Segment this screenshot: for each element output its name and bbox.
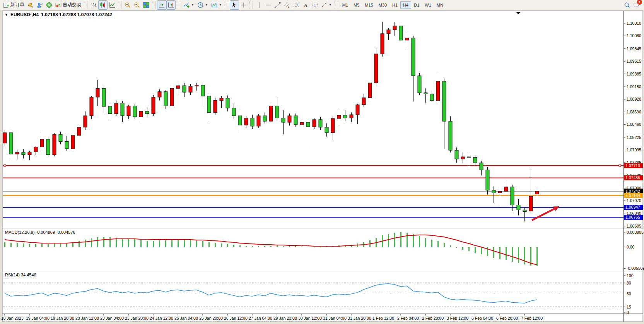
timeframe-h1-button[interactable]: H1 (389, 1, 400, 9)
arrows-tool[interactable]: ▼ (319, 0, 333, 10)
hline-endpoint[interactable] (4, 165, 6, 166)
shiftend-icon (168, 2, 174, 8)
candle-up (90, 97, 93, 116)
svg-text:6 Feb 20:00: 6 Feb 20:00 (496, 316, 518, 321)
auto-scroll-button[interactable] (157, 0, 166, 10)
candle-up (139, 111, 143, 117)
candle-down (430, 94, 434, 100)
svg-text:1.09845: 1.09845 (627, 46, 641, 51)
candle-up (127, 106, 130, 116)
bar-chart-button[interactable] (89, 0, 98, 10)
chart-title: ▼ EURUSD-,H4 1.07188 1.07288 1.07078 1.0… (5, 12, 112, 17)
svg-text:6 Feb 04:00: 6 Feb 04:00 (471, 316, 493, 321)
svg-text:18 Jan 2023: 18 Jan 2023 (1, 316, 24, 321)
chart-symbol-period: EURUSD-,H4 (10, 12, 39, 17)
chart-window[interactable]: 1.103101.100801.098451.096151.093851.091… (0, 10, 644, 324)
candle-down (399, 26, 403, 40)
chevron-down-icon[interactable]: ▼ (191, 3, 194, 7)
toolbar-separator (253, 1, 253, 9)
svg-text:26 Jan 12:00: 26 Jan 12:00 (224, 316, 248, 321)
rsi-label: RSI(14) 34.4546 (5, 273, 36, 277)
candle-up (3, 133, 7, 143)
trendline-tool[interactable] (273, 0, 282, 10)
candle-down (325, 127, 328, 133)
cursor-icon (231, 2, 237, 8)
fibonacci-tool[interactable]: F (292, 0, 301, 10)
signal-icon (46, 2, 52, 8)
toolbar-separator (87, 1, 87, 9)
candle-up (331, 118, 335, 133)
hline-endpoint[interactable] (619, 165, 621, 166)
candle-down (442, 81, 446, 121)
candle-down (232, 108, 236, 116)
candle-down (59, 134, 62, 141)
candle-down (164, 92, 167, 106)
zoomout-icon (134, 2, 140, 8)
svg-text:25 Jan 20:00: 25 Jan 20:00 (199, 316, 223, 321)
timeframe-d1-button[interactable]: D1 (411, 1, 422, 9)
timeframe-m5-button[interactable]: M5 (351, 1, 362, 9)
zoom-out-button[interactable] (132, 0, 142, 10)
community-button[interactable] (35, 0, 44, 10)
chevron-down-icon[interactable]: ▼ (219, 3, 222, 7)
depth-of-market-button[interactable] (26, 0, 35, 10)
timeframe-m15-button[interactable]: M15 (362, 1, 376, 9)
candlestick-chart-button[interactable] (98, 0, 108, 10)
candle-up (189, 86, 192, 93)
candle-up (170, 88, 174, 106)
cursor-tool-button[interactable] (230, 0, 239, 10)
chevron-down-icon[interactable]: ▼ (329, 3, 332, 7)
indicators-button[interactable]: ▼ (182, 0, 196, 10)
indicators-icon (183, 2, 190, 8)
chart-dropdown-caret[interactable]: ▼ (5, 13, 8, 17)
search-button[interactable] (622, 0, 632, 10)
svg-text:1.07070: 1.07070 (627, 198, 641, 203)
candle-up (152, 97, 155, 113)
crosshair-tool-button[interactable] (239, 0, 248, 10)
candles-icon (100, 2, 106, 8)
tile-windows-button[interactable] (142, 0, 151, 10)
channel-tool[interactable]: E (282, 0, 292, 10)
text-tool[interactable]: A (301, 0, 310, 10)
svg-text:0.00: 0.00 (627, 245, 635, 249)
templates-button[interactable]: ▼ (210, 0, 224, 10)
zoom-in-button[interactable] (123, 0, 132, 10)
candle-up (381, 34, 384, 54)
svg-text:27 Jan 04:00: 27 Jan 04:00 (249, 316, 272, 321)
price-chart[interactable]: 1.103101.100801.098451.096151.093851.091… (0, 10, 644, 324)
svg-text:1.08920: 1.08920 (627, 97, 641, 101)
timeframe-m30-button[interactable]: M30 (376, 1, 389, 9)
signals-button[interactable] (44, 0, 54, 10)
new-order-button[interactable]: 新订单 (2, 0, 26, 10)
candle-down (282, 118, 285, 122)
textt-icon: T (312, 2, 318, 8)
timeframe-mn-button[interactable]: MN (434, 1, 446, 9)
vertical-line-tool[interactable] (255, 0, 264, 10)
candle-down (492, 190, 495, 193)
chart-shift-button[interactable] (166, 0, 176, 10)
svg-text:15: 15 (627, 305, 631, 309)
notifications-button[interactable]: 1 (632, 0, 641, 10)
timeframe-w1-button[interactable]: W1 (422, 1, 434, 9)
candle-down (412, 38, 415, 76)
candle-down (102, 88, 106, 106)
svg-text:23 Jan 20:00: 23 Jan 20:00 (125, 316, 149, 321)
line-chart-button[interactable] (108, 0, 117, 10)
text-label-tool[interactable]: T (310, 0, 319, 10)
svg-text:1.07710: 1.07710 (625, 163, 640, 168)
horizontal-line-tool[interactable] (264, 0, 273, 10)
timeframe-m1-button[interactable]: M1 (340, 1, 351, 9)
auto-trading-button[interactable]: 自动交易 (54, 0, 83, 10)
candle-up (436, 81, 440, 101)
svg-text:1.10080: 1.10080 (627, 33, 641, 38)
svg-text:30 Jan 12:00: 30 Jan 12:00 (298, 316, 322, 321)
svg-text:T: T (314, 3, 316, 7)
periods-button[interactable]: ▼ (196, 0, 210, 10)
timeframe-h4-button[interactable]: H4 (400, 1, 411, 9)
chevron-down-icon[interactable]: ▼ (205, 3, 208, 7)
candle-up (158, 92, 161, 97)
svg-text:1.09150: 1.09150 (627, 84, 641, 89)
toolbar-grip (176, 1, 178, 9)
texta-icon: A (302, 2, 309, 8)
crosshair-icon (241, 2, 247, 8)
